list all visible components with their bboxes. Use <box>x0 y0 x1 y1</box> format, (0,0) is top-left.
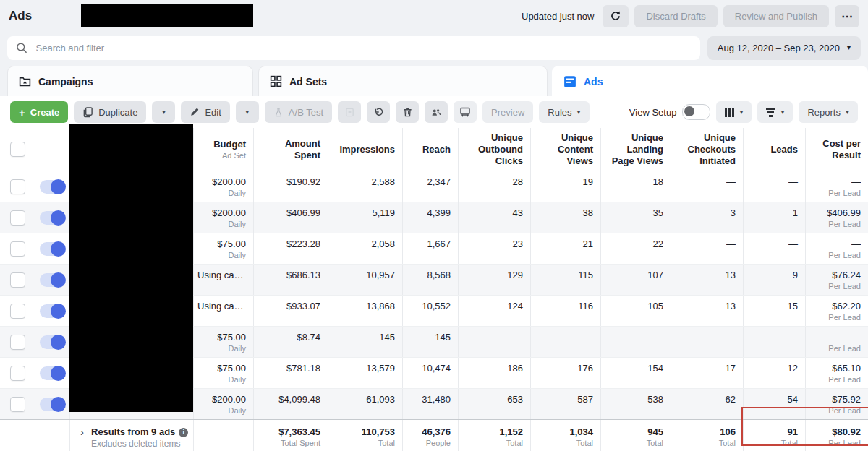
trash-icon <box>402 107 413 118</box>
column-header-budget[interactable]: BudgetAd Set <box>193 128 253 171</box>
duplicate-icon <box>82 106 93 118</box>
duplicate-button[interactable]: Duplicate <box>74 101 146 123</box>
ad-active-toggle[interactable] <box>40 242 65 256</box>
caret-down-icon: ▾ <box>846 108 849 116</box>
search-row: Aug 12, 2020 – Sep 23, 2020 ▾ <box>0 32 868 64</box>
duplicate-caret-button[interactable]: ▾ <box>152 101 175 123</box>
people-icon <box>430 107 442 118</box>
view-setup-label: View Setup <box>629 107 677 118</box>
date-range-button[interactable]: Aug 12, 2020 – Sep 23, 2020 ▾ <box>707 36 861 60</box>
audience-button[interactable] <box>425 101 448 123</box>
view-setup-toggle[interactable] <box>682 104 710 120</box>
top-bar: Ads Updated just now Discard Drafts Revi… <box>0 0 868 32</box>
tab-ads[interactable]: Ads <box>552 66 868 96</box>
review-publish-button[interactable]: Review and Publish <box>723 5 829 27</box>
caret-down-icon: ▾ <box>577 108 581 116</box>
column-header-reach[interactable]: Reach <box>402 128 458 171</box>
discard-drafts-button[interactable]: Discard Drafts <box>634 5 717 27</box>
row-checkbox[interactable] <box>10 179 25 194</box>
delete-button[interactable] <box>396 101 419 123</box>
toggle-column-header <box>35 128 69 171</box>
column-header-unique-content-views[interactable]: Unique Content Views <box>530 128 600 171</box>
ad-active-toggle[interactable] <box>40 398 65 411</box>
tab-ads-label: Ads <box>584 76 603 87</box>
more-options-button[interactable]: ⋯ <box>835 5 859 27</box>
caret-down-icon: ▾ <box>780 108 784 116</box>
ellipsis-icon: ⋯ <box>841 10 853 22</box>
refresh-icon <box>610 10 621 22</box>
export-icon <box>459 106 471 118</box>
toggle-knob <box>684 106 694 116</box>
row-checkbox[interactable] <box>10 335 25 350</box>
results-note: Excludes deleted items <box>91 438 188 450</box>
columns-button[interactable]: ▾ <box>716 101 752 123</box>
tab-campaigns[interactable]: Campaigns <box>7 66 253 96</box>
breakdown-icon <box>766 108 775 117</box>
ad-active-toggle[interactable] <box>40 273 65 287</box>
column-header-unique-checkouts-initiated[interactable]: Unique Checkouts Initiated <box>671 128 743 171</box>
total-amount-spent: $7,363.45Total Spent <box>253 420 328 451</box>
total-unique-content-views: 1,034Total <box>530 420 600 451</box>
disabled-action-button[interactable] <box>338 101 361 123</box>
ad-active-toggle[interactable] <box>40 211 65 225</box>
rules-button[interactable]: Rules▾ <box>539 101 589 123</box>
column-header-unique-outbound-clicks[interactable]: Unique Outbound Clicks <box>458 128 530 171</box>
edit-button[interactable]: Edit <box>181 101 229 123</box>
level-tabs: Campaigns Ad Sets Ads <box>0 64 868 96</box>
edit-caret-button[interactable]: ▾ <box>236 101 259 123</box>
row-checkbox[interactable] <box>10 210 25 226</box>
row-checkbox[interactable] <box>10 241 25 257</box>
total-unique-outbound-clicks: 1,152Total <box>458 420 530 451</box>
redacted-ad-names-column <box>69 124 193 412</box>
total-reach: 46,376People <box>402 420 458 451</box>
ad-active-toggle[interactable] <box>40 366 65 380</box>
ad-sets-grid-icon <box>270 75 282 87</box>
select-all-checkbox[interactable] <box>10 142 25 157</box>
column-header-impressions[interactable]: Impressions <box>328 128 402 171</box>
results-summary[interactable]: › Results from 9 adsi Excludes deleted i… <box>69 420 193 451</box>
search-input[interactable] <box>35 42 692 54</box>
tab-ad-sets-label: Ad Sets <box>289 76 327 87</box>
info-icon: i <box>179 428 188 437</box>
redacted-account-name <box>81 4 253 27</box>
row-checkbox[interactable] <box>10 366 25 381</box>
row-checkbox[interactable] <box>10 397 25 412</box>
total-impressions: 110,753Total <box>328 420 402 451</box>
caret-down-icon: ▾ <box>245 108 249 116</box>
results-count-label: Results from 9 ads <box>91 426 175 438</box>
columns-icon <box>725 108 734 117</box>
totals-row: › Results from 9 adsi Excludes deleted i… <box>0 419 868 451</box>
ad-active-toggle[interactable] <box>40 335 65 349</box>
breakdown-button[interactable]: ▾ <box>757 101 793 123</box>
row-checkbox[interactable] <box>10 272 25 288</box>
search-icon <box>16 42 27 53</box>
pencil-icon <box>190 107 200 117</box>
reports-button[interactable]: Reports▾ <box>799 101 858 123</box>
ab-test-button[interactable]: A/B Test <box>265 101 332 123</box>
total-unique-landing-page-views: 945Total <box>600 420 671 451</box>
column-header-cost-per-result[interactable]: Cost per Result <box>805 128 868 171</box>
create-button[interactable]: +Create <box>10 101 68 123</box>
tab-campaigns-label: Campaigns <box>38 76 93 87</box>
caret-down-icon: ▾ <box>847 44 851 51</box>
total-budget <box>193 420 253 451</box>
top-zone: Ads Updated just now Discard Drafts Revi… <box>0 0 868 96</box>
search-bar[interactable] <box>7 36 700 60</box>
column-header-amount-spent[interactable]: Amount Spent <box>253 128 328 171</box>
column-header-leads[interactable]: Leads <box>743 128 805 171</box>
tab-ad-sets[interactable]: Ad Sets <box>258 66 548 96</box>
page-title: Ads <box>9 9 32 23</box>
ad-active-toggle[interactable] <box>40 180 65 194</box>
preview-button[interactable]: Preview <box>482 101 533 123</box>
caret-down-icon: ▾ <box>739 108 743 116</box>
campaigns-folder-icon <box>19 75 31 87</box>
ad-active-toggle[interactable] <box>40 304 65 318</box>
column-header-unique-landing-page-views[interactable]: Unique Landing Page Views <box>600 128 671 171</box>
ads-page-icon <box>563 75 576 88</box>
export-button[interactable] <box>454 101 477 123</box>
updated-status: Updated just now <box>522 11 594 22</box>
refresh-button[interactable] <box>603 5 629 27</box>
row-checkbox[interactable] <box>10 304 25 319</box>
undo-button[interactable] <box>367 101 390 123</box>
action-toolbar: +Create Duplicate ▾ Edit ▾ A/B Test Prev… <box>0 96 868 128</box>
